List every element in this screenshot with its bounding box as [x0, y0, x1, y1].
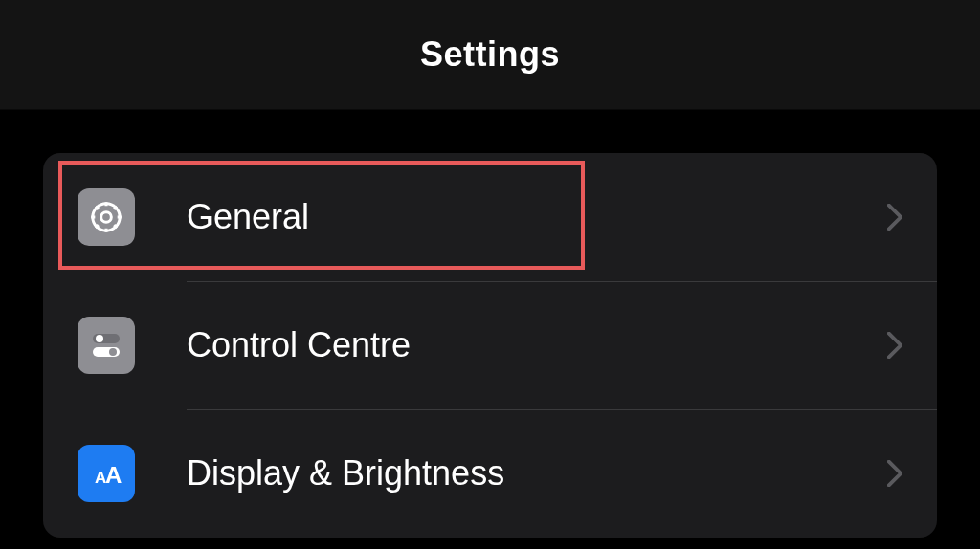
toggles-icon	[78, 317, 135, 374]
settings-row-display-brightness[interactable]: A A Display & Brightness	[43, 409, 937, 538]
gear-icon	[78, 188, 135, 246]
chevron-right-icon	[887, 460, 902, 487]
svg-point-1	[93, 204, 120, 231]
row-label: General	[187, 197, 887, 237]
settings-list: General Control Centre A A Display & Bri…	[43, 153, 937, 538]
row-label: Control Centre	[187, 325, 887, 365]
chevron-right-icon	[887, 332, 902, 359]
settings-row-control-centre[interactable]: Control Centre	[43, 281, 937, 409]
svg-point-0	[101, 212, 112, 223]
page-title: Settings	[420, 34, 560, 75]
svg-text:A: A	[105, 462, 122, 488]
row-label: Display & Brightness	[187, 453, 887, 494]
settings-row-general[interactable]: General	[43, 153, 937, 281]
svg-point-3	[96, 335, 103, 342]
svg-point-5	[109, 348, 117, 356]
text-size-icon: A A	[78, 445, 135, 502]
header-bar: Settings	[0, 0, 980, 110]
chevron-right-icon	[887, 204, 902, 231]
